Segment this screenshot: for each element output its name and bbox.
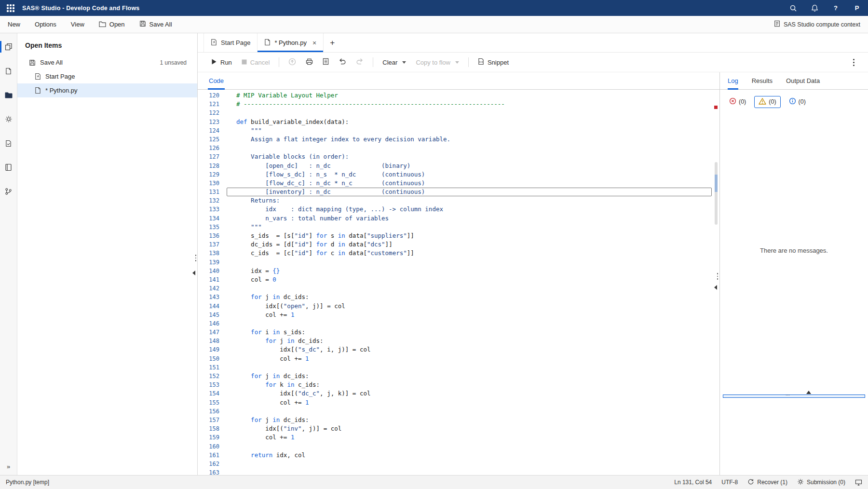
panel-splitter-handle[interactable] <box>195 255 197 261</box>
overview-ruler[interactable] <box>713 90 719 475</box>
rail-explorer-icon[interactable] <box>0 86 17 104</box>
warning-filter-badge[interactable]: (0) <box>754 96 780 108</box>
rail-git-icon[interactable] <box>0 183 17 200</box>
code-line[interactable]: 151 <box>198 363 719 372</box>
redo-button[interactable] <box>352 55 367 69</box>
menu-options[interactable]: Options <box>35 21 56 28</box>
code-line[interactable]: 152 for j in dc_ids: <box>198 372 719 380</box>
code-line[interactable]: 121# -----------------------------------… <box>198 100 719 109</box>
code-line[interactable]: 132 Returns: <box>198 196 719 205</box>
code-line[interactable]: 160 <box>198 442 719 451</box>
rail-sas-content-icon[interactable] <box>0 62 17 80</box>
submit-button[interactable] <box>285 55 300 69</box>
log-horizontal-splitter[interactable]: ⋯ <box>723 394 865 398</box>
code-line[interactable]: 127 Variable blocks (in order): <box>198 152 719 161</box>
code-line[interactable]: 154 idx[("dc_c", j, k)] = col <box>198 389 719 398</box>
rail-open-items-icon[interactable] <box>0 38 17 55</box>
tab-code[interactable]: Code <box>208 72 225 89</box>
code-line[interactable]: 129 [flow_s_dc] : n_s * n_dc (continuous… <box>198 170 719 179</box>
toolbar-overflow-button[interactable] <box>850 56 857 69</box>
search-icon[interactable] <box>789 4 798 13</box>
code-line[interactable]: 145 col += 1 <box>198 311 719 319</box>
tab-log[interactable]: Log <box>728 72 738 89</box>
code-line[interactable]: 141 col = 0 <box>198 275 719 284</box>
close-icon[interactable]: × <box>312 39 316 47</box>
compute-context-selector[interactable]: SAS Studio compute context <box>774 20 860 28</box>
code-line[interactable]: 143 for j in dc_ids: <box>198 293 719 301</box>
code-line[interactable]: 123def build_variable_index(data): <box>198 118 719 126</box>
rail-snippets-icon[interactable] <box>0 159 17 176</box>
clear-dropdown[interactable]: Clear <box>379 55 410 69</box>
cancel-button[interactable]: Cancel <box>238 55 273 69</box>
recover-button[interactable]: Recover (1) <box>747 478 787 487</box>
print-button[interactable] <box>302 55 317 69</box>
app-switcher-icon[interactable] <box>7 4 14 12</box>
code-line[interactable]: 138 c_ids = [c["id"] for c in data["cust… <box>198 249 719 258</box>
line-number: 130 <box>198 179 227 188</box>
code-line[interactable]: 134 n_vars : total number of variables <box>198 214 719 223</box>
code-line[interactable]: 137 dc_ids = [d["id"] for d in data["dcs… <box>198 240 719 249</box>
snippet-button[interactable]: Snippet <box>474 55 513 69</box>
open-button[interactable]: Open <box>99 21 125 28</box>
code-line[interactable]: 155 col += 1 <box>198 398 719 407</box>
help-icon[interactable]: ? <box>831 4 840 13</box>
run-button[interactable]: Run <box>207 55 236 69</box>
code-line[interactable]: 161 return idx, col <box>198 451 719 460</box>
code-line[interactable]: 159 col += 1 <box>198 433 719 442</box>
code-line[interactable]: 163 <box>198 468 719 475</box>
code-line[interactable]: 131 [inventory] : n_dc (continuous) <box>198 188 719 196</box>
code-line[interactable]: 136 s_ids = [s["id"] for s in data["supp… <box>198 231 719 240</box>
code-line[interactable]: 124 """ <box>198 126 719 135</box>
rail-tasks-icon[interactable] <box>0 135 17 152</box>
code-editor[interactable]: 120# MIP Variable Layout Helper121# ----… <box>198 90 719 475</box>
code-line[interactable]: 128 [open_dc] : n_dc (binary) <box>198 162 719 170</box>
copy-to-flow-dropdown[interactable]: Copy to flow <box>412 55 463 69</box>
open-item-python-file[interactable]: * Python.py <box>17 83 197 97</box>
code-line[interactable]: 144 idx[("open", j)] = col <box>198 302 719 311</box>
code-line[interactable]: 130 [flow_dc_c] : n_dc * n_c (continuous… <box>198 179 719 188</box>
collapse-panel-icon[interactable] <box>192 271 195 275</box>
tab-start-page[interactable]: Start Page <box>203 33 258 52</box>
code-line[interactable]: 153 for k in c_ids: <box>198 380 719 389</box>
code-line[interactable]: 146 <box>198 319 719 328</box>
code-line[interactable]: 120# MIP Variable Layout Helper <box>198 91 719 100</box>
code-line[interactable]: 135 """ <box>198 223 719 231</box>
collapse-panel-icon[interactable] <box>714 285 717 290</box>
info-filter-badge[interactable]: (0) <box>787 95 808 108</box>
code-line[interactable]: 162 <box>198 460 719 468</box>
code-line[interactable]: 126 <box>198 144 719 152</box>
save-all-button[interactable]: Save All <box>139 20 172 28</box>
open-item-start-page[interactable]: Start Page <box>17 69 197 83</box>
user-avatar[interactable]: P <box>853 4 861 13</box>
code-line[interactable]: 122 <box>198 109 719 117</box>
menu-new[interactable]: New <box>8 21 20 28</box>
code-line[interactable]: 133 idx : dict mapping (type, ...) -> co… <box>198 205 719 214</box>
tab-python-file[interactable]: * Python.py × <box>258 33 324 52</box>
code-line[interactable]: 150 col += 1 <box>198 354 719 363</box>
undo-button[interactable] <box>335 55 350 69</box>
code-line[interactable]: 142 <box>198 284 719 293</box>
new-tab-button[interactable]: + <box>324 33 341 52</box>
format-code-button[interactable] <box>319 55 333 69</box>
code-line[interactable]: 149 idx[("s_dc", i, j)] = col <box>198 345 719 354</box>
open-items-save-all[interactable]: Save All 1 unsaved <box>17 55 197 69</box>
code-line[interactable]: 158 idx[("inv", j)] = col <box>198 424 719 433</box>
display-icon[interactable] <box>855 479 862 486</box>
code-line[interactable]: 156 <box>198 407 719 416</box>
code-line[interactable]: 140 idx = {} <box>198 267 719 275</box>
code-line[interactable]: 125 Assign a flat integer index to every… <box>198 135 719 144</box>
rail-steps-icon[interactable] <box>0 110 17 128</box>
code-line[interactable]: 157 for j in dc_ids: <box>198 416 719 424</box>
code-line[interactable]: 148 for j in dc_ids: <box>198 337 719 345</box>
tab-output-data[interactable]: Output Data <box>786 72 820 89</box>
panel-splitter-handle[interactable] <box>717 273 719 280</box>
rail-expand-icon[interactable]: » <box>7 463 10 470</box>
error-filter-badge[interactable]: (0) <box>727 95 748 108</box>
notifications-icon[interactable] <box>810 4 819 13</box>
scrollbar-thumb[interactable] <box>715 162 718 225</box>
code-line[interactable]: 139 <box>198 258 719 267</box>
submission-button[interactable]: Submission (0) <box>797 478 845 487</box>
code-line[interactable]: 147 for i in s_ids: <box>198 328 719 337</box>
tab-results[interactable]: Results <box>752 72 773 89</box>
menu-view[interactable]: View <box>71 21 84 28</box>
